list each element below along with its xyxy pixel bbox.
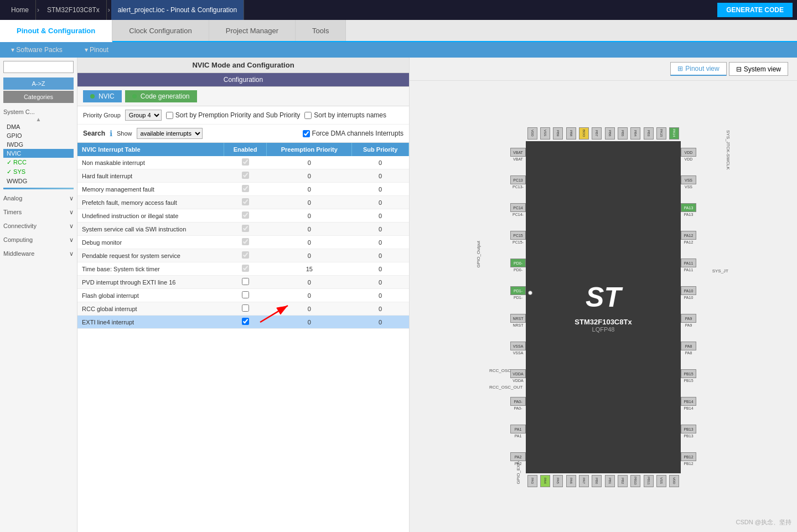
interrupt-enabled-checkbox[interactable] <box>242 185 249 192</box>
pin-pa7[interactable]: PA7 <box>579 475 589 487</box>
pin-pa8[interactable]: PA8PA8 <box>681 342 696 355</box>
sidebar-item-nvic[interactable]: NVIC <box>3 149 74 158</box>
home-link[interactable]: Home <box>4 0 36 20</box>
pin-pd1[interactable]: PD1-PD1- <box>510 286 526 300</box>
pin-pa11[interactable]: PA11PA11 <box>681 259 696 272</box>
pinout-view-tab[interactable]: ⊞ Pinout view <box>670 62 726 76</box>
interrupt-enabled-checkbox[interactable] <box>242 225 249 232</box>
interrupt-enabled-checkbox[interactable] <box>242 198 249 205</box>
interrupt-enabled-cell[interactable] <box>224 209 266 223</box>
system-view-tab[interactable]: ⊟ System view <box>729 62 788 76</box>
middleware-group-header[interactable]: Middleware <box>0 249 77 259</box>
interrupt-enabled-cell[interactable] <box>224 236 266 249</box>
categories-button[interactable]: Categories <box>3 91 74 103</box>
sort-az-button[interactable]: A->Z <box>3 78 74 90</box>
pin-pb3[interactable]: PB3 <box>644 127 654 140</box>
pin-pa0[interactable]: PA0-PA0- <box>510 397 526 411</box>
pin-pa9[interactable]: PA9PA9 <box>681 314 696 328</box>
interrupt-enabled-checkbox[interactable] <box>242 172 249 179</box>
pin-pa12[interactable]: PA12PA12 <box>681 231 696 245</box>
pin-pc15[interactable]: PC15PC15- <box>510 231 526 245</box>
pin-pa10[interactable]: PA10PA10 <box>681 286 696 300</box>
pin-pb0[interactable]: PB0 <box>592 475 602 487</box>
pin-pa1[interactable]: PA1PA1 <box>510 425 526 438</box>
pin-pb15[interactable]: PB15PB15 <box>681 369 696 383</box>
sidebar-item-rcc[interactable]: RCC <box>3 158 74 167</box>
mode-tab-nvic[interactable]: NVIC <box>83 90 122 102</box>
connectivity-group-header[interactable]: Connectivity <box>0 221 77 231</box>
sort-names-checkbox-label[interactable]: Sort by interrupts names <box>304 111 386 119</box>
info-icon[interactable]: ℹ <box>110 129 112 138</box>
priority-group-select[interactable]: Group 4 <box>125 110 162 121</box>
pin-pb4[interactable]: PB4 <box>630 127 640 140</box>
system-section-header[interactable]: System C... <box>3 107 74 116</box>
generate-code-button[interactable]: GENERATE CODE <box>717 3 793 17</box>
sidebar-item-sys[interactable]: SYS <box>3 167 74 177</box>
pin-pb10[interactable]: PB10 <box>630 475 640 487</box>
pin-pa5[interactable]: PA5 <box>553 475 563 487</box>
tab-pinout[interactable]: Pinout & Configuration <box>0 20 112 42</box>
sidebar-search-input[interactable] <box>6 64 71 70</box>
interrupt-enabled-checkbox[interactable] <box>242 238 249 245</box>
sidebar-item-wwdg[interactable]: WWDG <box>3 177 74 185</box>
interrupt-enabled-checkbox[interactable] <box>242 318 249 325</box>
pin-pb1[interactable]: PB1 <box>605 475 615 487</box>
pin-pb8[interactable]: PB8 <box>566 127 576 140</box>
pin-pb13[interactable]: PB13PB13 <box>681 425 696 438</box>
analog-group-header[interactable]: Analog <box>0 194 77 203</box>
subtab-pinout[interactable]: ▾ Pinout <box>85 46 108 54</box>
pin-pb14[interactable]: PB14PB14 <box>681 397 696 411</box>
interrupt-enabled-cell[interactable] <box>224 169 266 183</box>
pin-pa15[interactable]: PA15 <box>656 127 666 140</box>
force-dma-label[interactable]: Force DMA channels Interrupts <box>303 130 403 137</box>
tab-clock[interactable]: Clock Configuration <box>112 20 209 41</box>
pin-vss-bot[interactable]: VSS <box>656 475 666 487</box>
pin-pa2[interactable]: PA2PA2 <box>510 452 526 466</box>
pin-pa14[interactable]: PA14 <box>669 127 679 140</box>
pin-vdd-r[interactable]: VDDVDD <box>681 148 696 162</box>
pin-pb9[interactable]: PB9 <box>553 127 563 140</box>
interrupt-enabled-cell[interactable] <box>224 316 266 329</box>
tab-project-manager[interactable]: Project Manager <box>209 20 296 41</box>
pin-pa13[interactable]: PA13PA13 <box>681 203 696 217</box>
tab-tools[interactable]: Tools <box>296 20 346 41</box>
timers-group-header[interactable]: Timers <box>0 208 77 217</box>
device-link[interactable]: STM32F103C8Tx <box>40 0 107 20</box>
interrupt-enabled-checkbox[interactable] <box>242 251 249 259</box>
interrupt-enabled-cell[interactable] <box>224 156 266 169</box>
pin-pb11[interactable]: PB11 <box>644 475 654 487</box>
interrupt-enabled-checkbox[interactable] <box>242 211 249 219</box>
interrupt-enabled-cell[interactable] <box>224 183 266 196</box>
sidebar-item-dma[interactable]: DMA <box>3 122 74 131</box>
pin-vss-r[interactable]: VSSVSS <box>681 175 696 189</box>
pin-vssa[interactable]: VSSAVSSA <box>510 342 526 355</box>
sidebar-item-iwdg[interactable]: IWDG <box>3 140 74 149</box>
interrupt-enabled-checkbox[interactable] <box>242 265 249 272</box>
pin-pc14[interactable]: PC14PC14- <box>510 203 526 217</box>
pin-pa4[interactable]: PA4 <box>540 475 550 487</box>
sidebar-search-box[interactable] <box>3 61 74 73</box>
interrupt-enabled-checkbox[interactable] <box>242 304 249 312</box>
interrupt-enabled-cell[interactable] <box>224 262 266 276</box>
interrupt-enabled-cell[interactable] <box>224 249 266 262</box>
pin-boot0[interactable]: BOO <box>579 127 589 140</box>
sort-premption-checkbox-label[interactable]: Sort by Premption Priority and Sub Prior… <box>166 111 300 119</box>
pin-pb6[interactable]: PB6 <box>605 127 615 140</box>
subtab-software-packs[interactable]: ▾ Software Packs <box>11 46 63 54</box>
project-link[interactable]: alert_project.ioc - Pinout & Configurati… <box>111 0 244 20</box>
pin-vdd-bot[interactable]: VDD <box>669 475 679 487</box>
computing-group-header[interactable]: Computing <box>0 235 77 245</box>
pin-pc13[interactable]: PC13PC13- <box>510 175 526 189</box>
interrupt-enabled-checkbox[interactable] <box>242 278 249 285</box>
interrupt-enabled-cell[interactable] <box>224 276 266 289</box>
pin-pb12[interactable]: PB12PB12 <box>681 452 696 466</box>
interrupt-enabled-checkbox[interactable] <box>242 158 249 166</box>
pin-vss-top[interactable]: VSS <box>540 127 550 140</box>
sort-premption-checkbox[interactable] <box>166 112 173 119</box>
interrupt-enabled-cell[interactable] <box>224 223 266 236</box>
pin-nrst[interactable]: NRSTNRST <box>510 314 526 328</box>
force-dma-checkbox[interactable] <box>303 130 310 137</box>
pin-pa3[interactable]: PA3 <box>527 475 537 487</box>
pin-pd0[interactable]: PD0-PD0- <box>510 259 526 272</box>
pin-vdd-top[interactable]: VDD <box>527 127 537 140</box>
